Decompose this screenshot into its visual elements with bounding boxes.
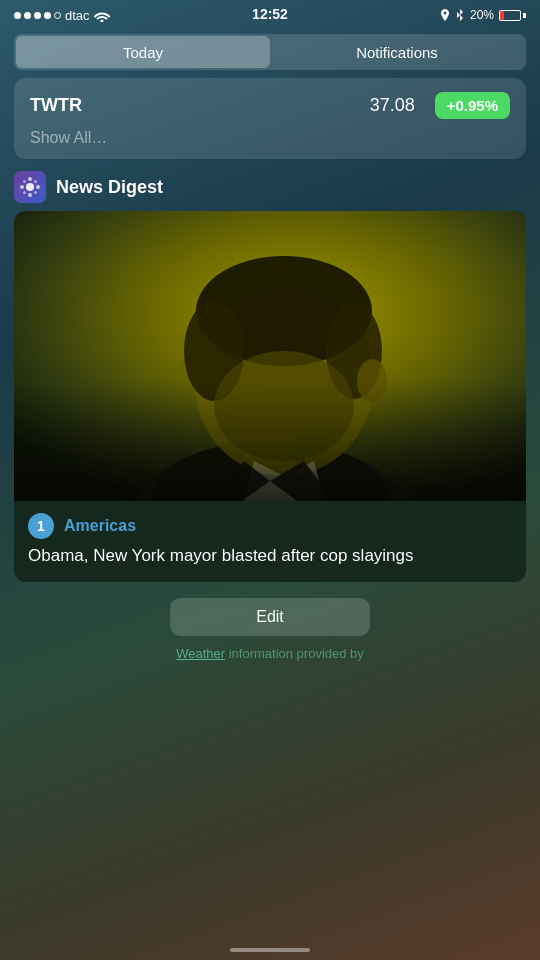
stock-price: 37.08 [370, 95, 415, 116]
tab-bar: Today Notifications [14, 34, 526, 70]
svg-point-3 [20, 185, 24, 189]
stock-right: 37.08 +0.95% [370, 92, 510, 119]
signal-dot-5 [54, 12, 61, 19]
battery-percent: 20% [470, 8, 494, 22]
news-headline: Obama, New York mayor blasted after cop … [28, 545, 512, 568]
signal-dot-3 [34, 12, 41, 19]
tab-notifications[interactable]: Notifications [270, 36, 524, 68]
news-digest-title: News Digest [56, 177, 163, 198]
edit-button[interactable]: Edit [170, 598, 370, 636]
stock-widget: TWTR 37.08 +0.95% Show All… [14, 78, 526, 159]
category-name: Americas [64, 517, 136, 535]
news-digest-header: News Digest [14, 171, 526, 203]
news-content: 1 Americas Obama, New York mayor blasted… [14, 501, 526, 582]
signal-dot-4 [44, 12, 51, 19]
svg-point-7 [23, 191, 26, 194]
weather-link[interactable]: Weather [176, 646, 225, 661]
location-icon [440, 9, 450, 21]
category-badge: 1 [28, 513, 54, 539]
stock-ticker: TWTR [30, 95, 82, 116]
svg-point-4 [36, 185, 40, 189]
status-right: 20% [440, 8, 526, 22]
status-left: dtac [14, 8, 110, 23]
news-image-gradient [14, 381, 526, 501]
news-digest-app-icon [14, 171, 46, 203]
svg-point-6 [34, 180, 37, 183]
footer-suffix: information provided by [225, 646, 364, 661]
edit-section: Edit [14, 598, 526, 636]
news-card[interactable]: 1 Americas Obama, New York mayor blasted… [14, 211, 526, 582]
status-bar: dtac 12:52 20% [0, 0, 540, 28]
home-indicator [230, 948, 310, 952]
battery-indicator [499, 10, 526, 21]
signal-dot-2 [24, 12, 31, 19]
category-row: 1 Americas [28, 513, 512, 539]
time-display: 12:52 [252, 6, 288, 22]
stock-row: TWTR 37.08 +0.95% [30, 92, 510, 119]
footer: Weather information provided by [0, 646, 540, 661]
carrier-label: dtac [65, 8, 90, 23]
svg-point-5 [23, 180, 26, 183]
bluetooth-icon [455, 8, 465, 22]
signal-dot-1 [14, 12, 21, 19]
signal-dots [14, 12, 61, 19]
tab-today[interactable]: Today [16, 36, 270, 68]
svg-point-0 [26, 183, 34, 191]
svg-point-1 [28, 177, 32, 181]
news-image [14, 211, 526, 501]
show-all-link[interactable]: Show All… [30, 129, 510, 147]
svg-point-8 [34, 191, 37, 194]
svg-point-2 [28, 193, 32, 197]
wifi-icon [94, 9, 110, 22]
stock-change-badge: +0.95% [435, 92, 510, 119]
